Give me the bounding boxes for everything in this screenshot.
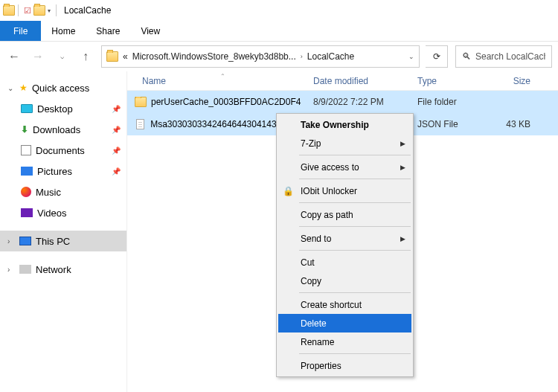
documents-icon — [21, 145, 31, 155]
tree-music[interactable]: Music — [0, 181, 126, 202]
qat-properties-icon[interactable]: ☑ — [24, 6, 31, 16]
tree-downloads[interactable]: ⬇ Downloads 📌 — [0, 119, 126, 140]
file-date: 8/9/2022 7:22 PM — [313, 97, 417, 107]
chevron-right-icon[interactable]: › — [301, 53, 303, 60]
breadcrumb[interactable]: Microsoft.WindowsStore_8wekyb3d8bb... — [132, 51, 296, 62]
tree-videos[interactable]: Videos — [0, 202, 126, 223]
menu-item-send-to[interactable]: Send to▶ — [278, 229, 411, 248]
tree-label: Desktop — [37, 103, 73, 115]
menu-item-label: 7-Zip — [301, 138, 321, 149]
tab-view[interactable]: View — [130, 21, 170, 41]
chevron-down-icon[interactable]: ⌄ — [408, 53, 414, 60]
tree-label: Pictures — [37, 166, 72, 177]
menu-item-label: Send to — [301, 234, 331, 244]
col-size[interactable]: Size — [484, 76, 538, 86]
tree-label: This PC — [36, 236, 70, 247]
menu-item-label: Create shortcut — [301, 300, 362, 310]
menu-separator — [299, 353, 411, 354]
tree-quick-access[interactable]: ⌄ ★ Quick access — [0, 77, 126, 98]
col-name[interactable]: ⌃Name — [127, 76, 313, 86]
recent-dropdown-icon[interactable]: ⌵ — [54, 48, 70, 65]
star-icon: ★ — [19, 83, 28, 93]
tree-label: Quick access — [32, 83, 89, 94]
search-icon: 🔍︎ — [462, 51, 471, 62]
tree-label: Videos — [37, 208, 67, 219]
tab-file[interactable]: File — [0, 21, 41, 41]
videos-icon — [21, 208, 33, 217]
breadcrumb[interactable]: « — [123, 51, 128, 62]
sort-asc-icon: ⌃ — [220, 73, 225, 80]
submenu-arrow-icon: ▶ — [400, 140, 405, 147]
expander-icon[interactable]: ⌄ — [7, 84, 15, 92]
refresh-button[interactable]: ⟳ — [426, 45, 448, 68]
forward-button[interactable]: → — [30, 48, 46, 65]
menu-item-copy[interactable]: Copy — [278, 271, 411, 290]
menu-item-cut[interactable]: Cut — [278, 253, 411, 271]
tree-pictures[interactable]: Pictures 📌 — [0, 161, 126, 181]
menu-item-properties[interactable]: Properties — [278, 356, 411, 375]
menu-separator — [299, 202, 411, 203]
folder-icon — [135, 97, 147, 107]
pictures-icon — [21, 167, 33, 176]
window-title: LocalCache — [64, 5, 111, 16]
menu-item-give-access-to[interactable]: Give access to▶ — [278, 158, 411, 176]
file-type: File folder — [417, 97, 484, 107]
file-size: 43 KB — [484, 119, 538, 129]
menu-item-create-shortcut[interactable]: Create shortcut — [278, 295, 411, 314]
menu-item-label: Give access to — [301, 162, 359, 173]
qat-newfolder-icon[interactable] — [33, 5, 45, 16]
file-icon — [136, 119, 144, 129]
menu-item-copy-as-path[interactable]: Copy as path — [278, 205, 411, 224]
menu-item-label: Delete — [301, 318, 327, 329]
col-date[interactable]: Date modified — [313, 76, 417, 86]
menu-separator — [299, 250, 411, 251]
menu-item-delete[interactable]: Delete — [278, 314, 411, 332]
address-bar[interactable]: « Microsoft.WindowsStore_8wekyb3d8bb... … — [101, 45, 420, 68]
title-bar: ☑ ▾ LocalCache — [0, 0, 558, 21]
file-type: JSON File — [417, 119, 484, 129]
file-list: ⌃Name Date modified Type Size perUserCac… — [126, 71, 558, 392]
qat-divider — [18, 4, 19, 16]
tab-share[interactable]: Share — [86, 21, 130, 41]
column-headers: ⌃Name Date modified Type Size — [127, 71, 558, 91]
expander-icon[interactable]: › — [7, 266, 15, 274]
ribbon-tabs: File Home Share View — [0, 21, 558, 42]
menu-item-label: Take Ownership — [301, 120, 369, 130]
col-type[interactable]: Type — [417, 76, 484, 86]
pin-icon: 📌 — [112, 147, 121, 155]
downloads-icon: ⬇ — [21, 124, 28, 135]
nav-bar: ← → ⌵ ↑ « Microsoft.WindowsStore_8wekyb3… — [0, 42, 558, 71]
expander-icon[interactable]: › — [7, 237, 15, 245]
tree-network[interactable]: › Network — [0, 259, 126, 280]
menu-item-label: Copy — [301, 276, 321, 286]
tree-label: Documents — [36, 145, 85, 156]
menu-item-7-zip[interactable]: 7-Zip▶ — [278, 134, 411, 152]
menu-item-rename[interactable]: Rename — [278, 332, 411, 351]
menu-item-label: Cut — [301, 257, 315, 268]
menu-separator — [299, 226, 411, 227]
back-button[interactable]: ← — [6, 48, 22, 65]
menu-separator — [299, 292, 411, 293]
tree-this-pc[interactable]: › This PC — [0, 231, 126, 251]
menu-item-label: Copy as path — [301, 210, 353, 220]
folder-icon — [106, 51, 118, 62]
search-placeholder: Search LocalCache — [475, 51, 545, 62]
tree-desktop[interactable]: Desktop 📌 — [0, 98, 126, 119]
submenu-arrow-icon: ▶ — [400, 235, 405, 242]
tree-label: Music — [36, 187, 61, 198]
breadcrumb[interactable]: LocalCache — [307, 51, 354, 62]
tree-documents[interactable]: Documents 📌 — [0, 140, 126, 161]
qat-dropdown-icon[interactable]: ▾ — [48, 7, 51, 14]
tab-home[interactable]: Home — [41, 21, 86, 41]
up-button[interactable]: ↑ — [77, 48, 94, 65]
pc-icon — [19, 237, 31, 245]
search-input[interactable]: 🔍︎ Search LocalCache — [455, 45, 552, 68]
file-row[interactable]: perUserCache_0003BFFD0AC2D0F4 8/9/2022 7… — [127, 91, 558, 113]
folder-icon — [3, 5, 15, 16]
separator — [56, 4, 57, 16]
menu-item-iobit-unlocker[interactable]: 🔒IObit Unlocker — [278, 181, 411, 200]
context-menu: Take Ownership7-Zip▶Give access to▶🔒IObi… — [276, 113, 414, 377]
menu-item-take-ownership[interactable]: Take Ownership — [278, 115, 411, 134]
menu-item-label: Rename — [301, 337, 334, 347]
menu-item-icon: 🔒 — [283, 186, 294, 196]
